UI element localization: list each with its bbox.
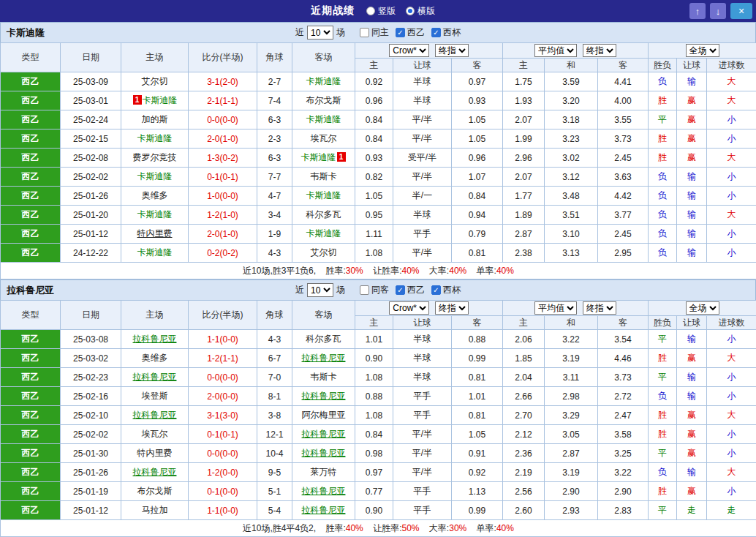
home-team-link[interactable]: 布尔戈斯 [137,486,173,496]
home-team-link[interactable]: 加的斯 [142,114,168,124]
home-team-link[interactable]: 卡斯迪隆 [137,133,173,143]
match-score-link[interactable]: 1-0(0-0) [189,187,257,206]
away-team-link[interactable]: 卡斯迪隆 [306,76,341,86]
move-up-button[interactable]: ↑ [689,3,706,19]
match-score-link[interactable]: 0-1(0-1) [189,168,257,187]
same-venue-filter[interactable]: 同主 [360,26,389,39]
match-score-link[interactable]: 0-1(0-1) [189,425,257,444]
away-team-link[interactable]: 科尔多瓦 [306,209,341,219]
away-team-link[interactable]: 卡斯迪隆 [306,114,341,124]
away-team-link[interactable]: 布尔戈斯 [306,95,341,105]
away-team-link[interactable]: 拉科鲁尼亚 [302,353,346,363]
cup-checkbox[interactable] [431,285,441,295]
away-team-link[interactable]: 卡斯迪隆 [306,228,341,239]
away-team-link[interactable]: 拉科鲁尼亚 [302,429,346,439]
move-down-button[interactable]: ↓ [710,3,726,19]
away-team-link[interactable]: 埃瓦尔 [311,133,337,143]
league-filter[interactable]: 西乙 [396,284,425,296]
away-team-link[interactable]: 科尔多瓦 [306,334,341,344]
home-team-link[interactable]: 拉科鲁尼亚 [133,467,177,477]
match-score-link[interactable]: 3-1(2-0) [189,72,257,91]
away-team-link[interactable]: 拉科鲁尼亚 [302,486,346,496]
home-team-link[interactable]: 拉科鲁尼亚 [133,372,177,382]
match-score-link[interactable]: 0-1(0-0) [189,482,257,501]
full-game-select[interactable]: 全场 [686,301,719,315]
match-score-link[interactable]: 1-1(0-0) [189,501,257,520]
away-team-link[interactable]: 韦斯卡 [311,171,337,181]
match-score-link[interactable]: 0-0(0-0) [189,110,257,129]
home-team-link[interactable]: 卡斯迪隆 [137,209,173,219]
home-team-link[interactable]: 卡斯迪隆 [137,247,173,258]
average-stage-select[interactable]: 终指 [583,301,616,315]
away-team-link[interactable]: 韦斯卡 [311,372,337,382]
cup-filter[interactable]: 西杯 [431,284,461,296]
view-option-horizontal[interactable]: 横版 [406,5,435,18]
home-team-link[interactable]: 拉科鲁尼亚 [133,334,177,344]
col-header-result-wdl: 胜负 [649,316,677,330]
avg-away-cell: 3.63 [598,168,649,187]
home-team-link[interactable]: 拉科鲁尼亚 [133,410,177,420]
same-venue-filter[interactable]: 同客 [360,284,389,296]
home-team-cell: 拉科鲁尼亚 [121,330,189,349]
match-score-link[interactable]: 2-0(0-0) [189,387,257,406]
away-team-link[interactable]: 艾尔切 [311,247,337,258]
recent-count-select[interactable]: 10 [307,26,333,40]
corner-score: 5-4 [257,501,292,520]
match-score-link[interactable]: 0-2(0-2) [189,244,257,263]
match-score-link[interactable]: 1-3(0-2) [189,149,257,168]
summary-odd-rate: 单率:40% [477,523,514,533]
odds-stage-select[interactable]: 终指 [435,301,469,315]
away-team-link[interactable]: 拉科鲁尼亚 [302,391,346,401]
match-score-link[interactable]: 1-2(1-0) [189,206,257,225]
match-score-link[interactable]: 0-0(0-0) [189,368,257,387]
league-filter[interactable]: 西乙 [396,26,425,39]
match-score-link[interactable]: 2-0(1-0) [189,225,257,244]
average-select[interactable]: 平均值 [534,44,577,57]
home-team-link[interactable]: 奥维多 [142,190,168,200]
match-score-link[interactable]: 1-2(0-0) [189,463,257,482]
cup-filter[interactable]: 西杯 [431,26,461,39]
home-team-link[interactable]: 埃登斯 [142,391,168,401]
odds-stage-select[interactable]: 终指 [435,44,469,57]
bookmaker-select[interactable]: Crow* [389,301,429,315]
result-goals-cell: 小 [707,168,756,187]
home-team-link[interactable]: 特内里费 [137,228,173,239]
result-wdl-cell: 负 [649,225,677,244]
bookmaker-select[interactable]: Crow* [389,44,429,57]
full-game-select[interactable]: 全场 [686,44,719,57]
page-title: 近期战绩 [311,4,355,18]
home-team-link[interactable]: 特内里费 [137,448,173,458]
away-team-cell: 科尔多瓦 [292,330,355,349]
home-team-link[interactable]: 艾尔切 [142,76,168,86]
away-team-link[interactable]: 卡斯迪隆 [306,190,341,200]
result-group-header: 全场 [649,43,756,59]
same-venue-checkbox[interactable] [360,285,369,295]
result-wdl-cell: 负 [649,244,677,263]
recent-count-select[interactable]: 10 [307,283,333,297]
average-stage-select[interactable]: 终指 [583,44,616,57]
view-option-vertical[interactable]: 竖版 [366,5,396,18]
league-checkbox[interactable] [396,28,405,37]
match-score-link[interactable]: 0-0(0-0) [189,444,257,463]
home-team-link[interactable]: 奥维多 [142,353,168,363]
close-button[interactable]: × [730,3,752,19]
home-team-link[interactable]: 卡斯迪隆 [137,171,173,181]
home-team-link[interactable]: 埃瓦尔 [142,429,168,439]
home-team-link[interactable]: 卡斯迪隆 [143,95,178,105]
home-team-link[interactable]: 马拉加 [142,505,168,515]
average-select[interactable]: 平均值 [534,301,577,315]
match-score-link[interactable]: 1-2(1-1) [189,349,257,368]
away-team-link[interactable]: 阿尔梅里亚 [302,410,346,420]
league-checkbox[interactable] [396,285,405,295]
match-score-link[interactable]: 2-0(1-0) [189,129,257,149]
away-team-link[interactable]: 拉科鲁尼亚 [302,505,346,515]
away-team-link[interactable]: 拉科鲁尼亚 [302,448,346,458]
cup-checkbox[interactable] [431,28,441,37]
away-team-link[interactable]: 莱万特 [311,467,337,477]
match-score-link[interactable]: 1-1(0-0) [189,330,257,349]
match-score-link[interactable]: 3-1(3-0) [189,406,257,425]
home-team-link[interactable]: 费罗尔竞技 [133,152,177,162]
match-score-link[interactable]: 2-1(1-1) [189,91,257,110]
away-team-link[interactable]: 卡斯迪隆 [301,152,336,162]
same-venue-checkbox[interactable] [360,28,369,37]
